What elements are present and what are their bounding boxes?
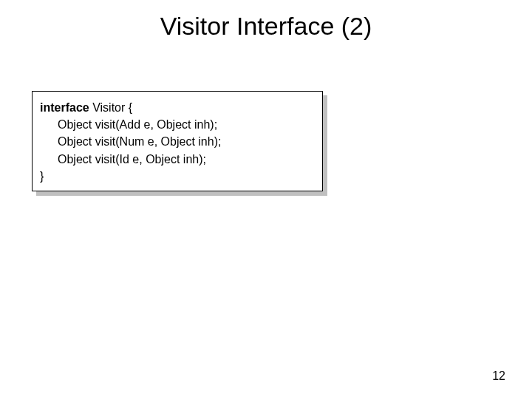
- code-line-close: }: [40, 168, 315, 185]
- slide-title: Visitor Interface (2): [0, 12, 532, 41]
- code-line-2: Object visit(Num e, Object inh);: [58, 133, 315, 150]
- code-box: interface Visitor { Object visit(Add e, …: [32, 91, 323, 191]
- code-line-3: Object visit(Id e, Object inh);: [58, 151, 315, 168]
- keyword-interface: interface: [40, 101, 89, 114]
- decl-rest: Visitor {: [89, 101, 132, 114]
- page-number: 12: [492, 369, 505, 383]
- code-line-decl: interface Visitor {: [40, 99, 315, 116]
- code-line-1: Object visit(Add e, Object inh);: [58, 116, 315, 133]
